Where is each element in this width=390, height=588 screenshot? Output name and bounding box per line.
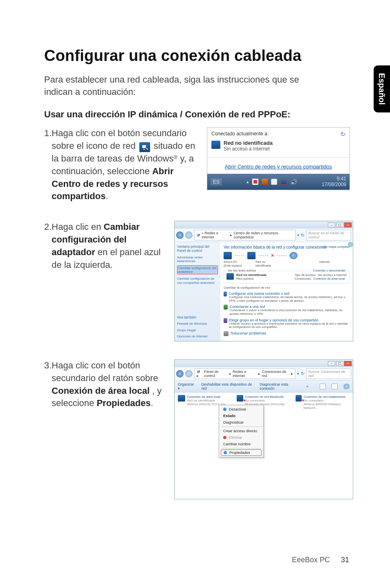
view-button[interactable] bbox=[320, 384, 326, 389]
menu-properties[interactable]: Propiedades bbox=[221, 449, 262, 456]
change-settings-label: Cambiar la configuración de red bbox=[224, 286, 350, 290]
breadcrumb[interactable]: 🖳 « Redes e Internet ▸ Centro de redes y… bbox=[194, 230, 296, 240]
sidebar-internet-options[interactable]: Opciones de Internet bbox=[177, 334, 218, 338]
window-close-button[interactable]: × bbox=[344, 222, 352, 227]
step-number: 1. bbox=[44, 127, 52, 139]
figure-network-center-window: – ▢ × 🖳 « Redes e Internet ▸ Centro de r… bbox=[174, 221, 353, 341]
step-number: 3. bbox=[44, 359, 52, 372]
connect-disconnect-link[interactable]: Conectar o desconectar bbox=[312, 269, 347, 272]
intro-paragraph: Para establecer una red cableada, siga l… bbox=[44, 74, 310, 98]
toolbar-disable-device[interactable]: Deshabilitar este dispositivo de red bbox=[201, 382, 254, 391]
menu-delete[interactable]: Eliminar bbox=[219, 434, 263, 441]
figure-tray-popup: Conectado actualmente a: ↻ Red no identi… bbox=[207, 127, 350, 190]
sidebar-change-adapter[interactable]: Cambiar configuración del adaptador bbox=[177, 265, 218, 274]
step-2: 2. Haga clic en Cambiar configuración de… bbox=[44, 221, 354, 341]
figure-network-connections-window: – ▢ × 🖳 ▸ Panel de control▸ Redes e Inte… bbox=[174, 359, 353, 499]
sidebar-advanced-sharing[interactable]: Cambiar configuración de uso compartido … bbox=[177, 277, 218, 284]
internet-node-icon bbox=[289, 252, 298, 259]
page-number: 31 bbox=[341, 556, 349, 564]
window-minimize-button[interactable]: – bbox=[328, 222, 335, 227]
connected-label: Conectado actualmente a: bbox=[211, 131, 269, 137]
step-3: 3. Haga clic con el botón secundario del… bbox=[44, 359, 354, 499]
context-menu: Desactivar Estado Diagnosticar Crear acc… bbox=[219, 405, 264, 458]
action-center-icon[interactable] bbox=[252, 179, 258, 185]
page-footer: EeeBox PC 31 bbox=[292, 556, 349, 564]
nav-forward-button[interactable] bbox=[185, 231, 193, 239]
window-minimize-button[interactable]: – bbox=[328, 361, 335, 366]
toolbar-diagnose[interactable]: Diagnosticar esta conexión bbox=[260, 382, 300, 391]
menu-rename[interactable]: Cambiar nombre bbox=[219, 441, 263, 447]
page-title: Configurar una conexión cableada bbox=[44, 47, 354, 65]
network-map: × bbox=[224, 252, 350, 259]
step-number: 2. bbox=[44, 221, 52, 233]
homegroup-options[interactable]: Elegir grupo en el hogar y opciones de u… bbox=[224, 318, 350, 329]
troubleshoot[interactable]: Solucionar problemas bbox=[224, 331, 350, 336]
window-maximize-button[interactable]: ▢ bbox=[336, 222, 343, 227]
nav-forward-button[interactable] bbox=[185, 370, 193, 377]
toolbar-organize[interactable]: Organizar ▾ bbox=[178, 382, 195, 391]
step-1: 1. Haga clic con el botón secundario sob… bbox=[44, 127, 354, 203]
nav-back-button[interactable] bbox=[176, 231, 184, 239]
section-heading: Usar una dirección IP dinámica / Conexió… bbox=[44, 109, 354, 120]
setup-new-connection[interactable]: Configurar una nueva conexión o redConfi… bbox=[224, 292, 350, 303]
bluetooth-icon bbox=[237, 395, 243, 402]
step-2-text: Haga clic en Cambiar configuración del a… bbox=[52, 221, 167, 271]
menu-status[interactable]: Estado bbox=[219, 413, 263, 419]
homegroup-icon bbox=[224, 318, 227, 323]
network-icon bbox=[226, 273, 234, 280]
sidebar-manage-wireless[interactable]: Administrar redes inalámbricas bbox=[177, 256, 218, 263]
network-icon bbox=[211, 141, 220, 149]
lan-icon bbox=[178, 395, 185, 402]
page-icon[interactable] bbox=[271, 179, 277, 185]
connect-icon bbox=[224, 305, 228, 310]
security-shield-icon[interactable] bbox=[262, 179, 268, 185]
refresh-icon[interactable]: ↻ bbox=[341, 131, 345, 137]
connect-to-network[interactable]: Conectarse a una redConectarse o volver … bbox=[224, 305, 350, 316]
language-indicator[interactable]: ES bbox=[211, 178, 222, 186]
sidebar: Ventana principal del Panel de control A… bbox=[175, 242, 220, 341]
connection-wireless[interactable]: Conexión de red inalámbrica No conectado… bbox=[296, 395, 349, 410]
menu-disable[interactable]: Desactivar bbox=[219, 406, 263, 413]
view-full-map-link[interactable]: Ver mapa completo bbox=[323, 245, 350, 249]
disconnected-x-icon: × bbox=[271, 253, 274, 258]
product-name: EeeBox PC bbox=[292, 556, 330, 564]
wifi-icon bbox=[296, 395, 302, 402]
help-button[interactable] bbox=[343, 384, 350, 389]
menu-diagnose[interactable]: Diagnosticar bbox=[219, 419, 263, 426]
step-3-text: Haga clic con el botón secundario del ra… bbox=[52, 359, 167, 410]
network-tray-icon bbox=[139, 142, 150, 152]
delete-icon bbox=[223, 436, 226, 439]
lan-connection-link[interactable]: Conexión de área local bbox=[314, 277, 345, 281]
network-node-icon bbox=[247, 252, 256, 259]
taskbar-clock[interactable]: 5:41 17/08/2009 bbox=[322, 176, 346, 187]
disable-icon bbox=[223, 408, 226, 411]
tray-expand-icon[interactable]: ▴ bbox=[247, 179, 249, 184]
active-networks-group: Ver las redes activas Conectar o descone… bbox=[224, 271, 350, 283]
taskbar: ES ▴ 🔊 5:41 17/08/2009 bbox=[207, 174, 350, 189]
wizard-icon bbox=[224, 292, 227, 296]
sidebar-firewall[interactable]: Firewall de Windows bbox=[177, 322, 218, 325]
network-name: Red no identificada bbox=[224, 140, 273, 146]
properties-icon bbox=[224, 451, 227, 454]
sidebar-homegroup[interactable]: Grupo Hogar bbox=[177, 328, 218, 332]
open-network-center-link[interactable]: Abrir Centro de redes y recursos compart… bbox=[225, 164, 332, 170]
sidebar-see-also: Vea también bbox=[177, 315, 218, 319]
nav-back-button[interactable] bbox=[176, 370, 184, 377]
svg-rect-1 bbox=[143, 149, 145, 150]
window-maximize-button[interactable]: ▢ bbox=[336, 361, 343, 366]
window-titlebar: – ▢ × bbox=[175, 360, 353, 367]
search-input[interactable]: Buscar Conexiones de red bbox=[306, 368, 351, 379]
pc-node-icon bbox=[224, 252, 232, 259]
search-input[interactable]: Buscar en el Panel de control bbox=[306, 230, 351, 240]
sidebar-home-link[interactable]: Ventana principal del Panel de control bbox=[177, 245, 218, 253]
view-button[interactable] bbox=[332, 384, 338, 389]
window-titlebar: – ▢ × bbox=[175, 221, 353, 229]
window-close-button[interactable]: × bbox=[344, 361, 352, 366]
network-tray-icon[interactable] bbox=[280, 179, 287, 185]
menu-shortcut[interactable]: Crear acceso directo bbox=[219, 428, 263, 434]
toolbar: Organizar ▾ Deshabilitar este dispositiv… bbox=[175, 381, 353, 393]
step-1-text: Haga clic con el botón secundario sobre … bbox=[52, 127, 199, 203]
volume-icon[interactable]: 🔊 bbox=[290, 179, 297, 185]
breadcrumb[interactable]: 🖳 ▸ Panel de control▸ Redes e Internet▸ … bbox=[194, 368, 296, 379]
svg-rect-0 bbox=[142, 145, 146, 148]
